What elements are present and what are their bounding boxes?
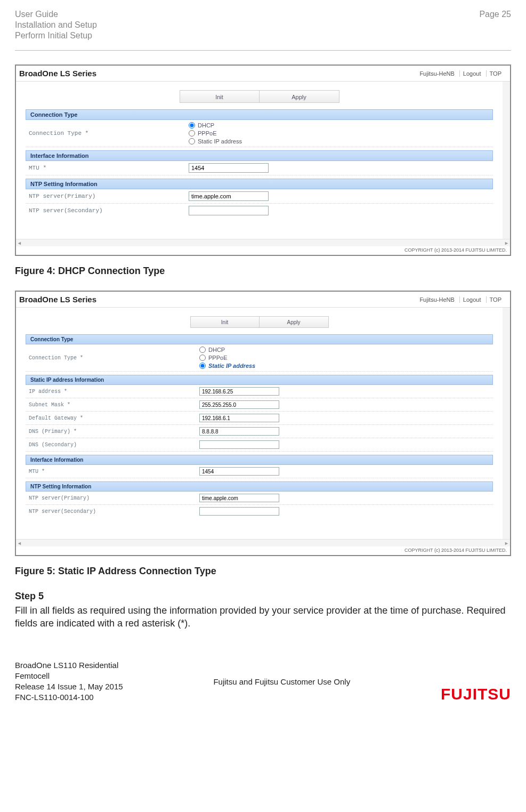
app-brand: BroadOne LS Series xyxy=(19,295,96,304)
app-titlebar: BroadOne LS Series Fujitsu-HeNB Logout T… xyxy=(16,292,510,308)
copyright: COPYRIGHT (c) 2013-2014 FUJITSU LIMITED. xyxy=(16,246,510,255)
connection-type-options: DHCP PPPoE Static IP address xyxy=(189,122,490,144)
label-mask: Subnet Mask * xyxy=(29,402,199,408)
label-ntp-secondary: NTP server(Secondary) xyxy=(29,509,199,514)
user-label: Fujitsu-HeNB xyxy=(416,70,457,77)
input-dns2[interactable] xyxy=(199,440,279,449)
step-5-text: Fill in all fields as required using the… xyxy=(15,604,511,630)
header-rule xyxy=(15,50,511,51)
tab-init[interactable]: Init xyxy=(180,90,260,103)
label-ntp-primary: NTP server(Primary) xyxy=(29,495,199,501)
input-gateway[interactable] xyxy=(199,414,279,422)
app-brand: BroadOne LS Series xyxy=(19,69,96,78)
footer-confidentiality: Fujitsu and Fujitsu Customer Use Only xyxy=(123,677,441,686)
fujitsu-logo-text: FUJITSU xyxy=(441,685,511,703)
top-link[interactable]: TOP xyxy=(486,70,505,77)
radio-dhcp[interactable]: DHCP xyxy=(189,122,490,128)
radio-static[interactable]: Static IP address xyxy=(189,138,490,144)
logout-link[interactable]: Logout xyxy=(459,70,484,77)
tab-init[interactable]: Init xyxy=(190,316,260,328)
footer-release: Release 14 Issue 1, May 2015 xyxy=(15,681,123,692)
section-static-ip: Static IP address Information xyxy=(26,375,493,385)
section-interface-info: Interface Information xyxy=(26,455,493,465)
header-section: Installation and Setup xyxy=(15,20,97,30)
screenshot-static: BroadOne LS Series Fujitsu-HeNB Logout T… xyxy=(15,291,511,556)
horizontal-scrollbar[interactable]: ◄► xyxy=(16,539,510,546)
tab-apply[interactable]: Apply xyxy=(260,316,329,328)
label-dns2: DNS (Secondary) xyxy=(29,442,199,448)
page-header: User Guide Installation and Setup Perfor… xyxy=(15,10,511,41)
section-connection-type: Connection Type xyxy=(26,109,493,120)
tabs: Init Apply xyxy=(26,316,493,328)
input-mtu[interactable] xyxy=(189,163,269,173)
radio-dhcp[interactable]: DHCP xyxy=(199,347,490,353)
app-tools: Fujitsu-HeNB Logout TOP xyxy=(416,296,505,303)
section-interface-info: Interface Information xyxy=(26,150,493,161)
radio-static[interactable]: Static IP address xyxy=(199,363,490,369)
header-sub: Perform Initial Setup xyxy=(15,31,97,41)
input-ntp-primary[interactable] xyxy=(199,494,279,502)
figure-4-caption: Figure 4: DHCP Connection Type xyxy=(15,266,511,277)
input-mtu[interactable] xyxy=(199,467,279,476)
fujitsu-logo: FUJITSU xyxy=(441,685,511,703)
logout-link[interactable]: Logout xyxy=(459,296,484,303)
radio-pppoe[interactable]: PPPoE xyxy=(199,355,490,361)
label-connection-type: Connection Type * xyxy=(29,355,199,361)
footer-product-1: BroadOne LS110 Residential xyxy=(15,660,123,671)
label-mtu: MTU * xyxy=(29,165,189,171)
section-ntp: NTP Setting Information xyxy=(26,179,493,189)
app-titlebar: BroadOne LS Series Fujitsu-HeNB Logout T… xyxy=(16,66,510,82)
section-connection-type: Connection Type xyxy=(26,334,493,344)
header-guide: User Guide xyxy=(15,10,97,19)
top-link[interactable]: TOP xyxy=(486,296,505,303)
section-ntp: NTP Setting Information xyxy=(26,481,493,492)
input-dns1[interactable] xyxy=(199,427,279,436)
page-footer: BroadOne LS110 Residential Femtocell Rel… xyxy=(15,660,511,703)
user-label: Fujitsu-HeNB xyxy=(416,296,457,303)
step-5-heading: Step 5 xyxy=(15,591,511,602)
radio-pppoe[interactable]: PPPoE xyxy=(189,130,490,136)
label-connection-type: Connection Type * xyxy=(29,130,189,136)
page-number: Page 25 xyxy=(479,10,511,19)
app-tools: Fujitsu-HeNB Logout TOP xyxy=(416,70,505,77)
input-mask[interactable] xyxy=(199,400,279,409)
copyright: COPYRIGHT (c) 2013-2014 FUJITSU LIMITED. xyxy=(16,546,510,555)
screenshot-dhcp: BroadOne LS Series Fujitsu-HeNB Logout T… xyxy=(15,65,511,256)
input-ntp-secondary[interactable] xyxy=(189,206,269,215)
input-ntp-secondary[interactable] xyxy=(199,507,279,516)
input-ntp-primary[interactable] xyxy=(189,191,269,201)
figure-5-caption: Figure 5: Static IP Address Connection T… xyxy=(15,566,511,577)
label-mtu: MTU * xyxy=(29,469,199,475)
label-ntp-primary: NTP server(Primary) xyxy=(29,193,189,199)
tabs: Init Apply xyxy=(26,90,493,103)
label-ntp-secondary: NTP server(Secondary) xyxy=(29,207,189,214)
horizontal-scrollbar[interactable]: ◄► xyxy=(16,239,510,246)
input-ip[interactable] xyxy=(199,387,279,396)
tab-apply[interactable]: Apply xyxy=(260,90,339,103)
label-dns1: DNS (Primary) * xyxy=(29,429,199,435)
label-gateway: Default Gateway * xyxy=(29,415,199,421)
footer-product-2: Femtocell xyxy=(15,671,123,681)
footer-docnum: FNC-LS110-0014-100 xyxy=(15,692,123,703)
connection-type-options: DHCP PPPoE Static IP address xyxy=(199,347,490,369)
label-ip: IP address * xyxy=(29,389,199,395)
